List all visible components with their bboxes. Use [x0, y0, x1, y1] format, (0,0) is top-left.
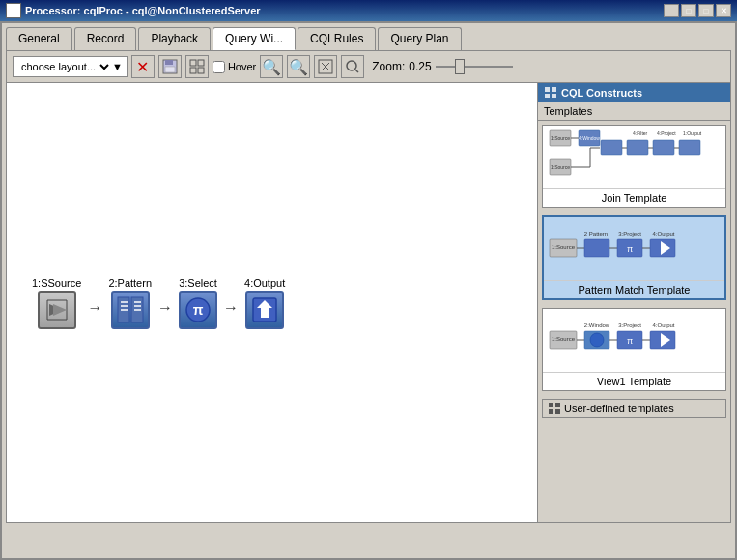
svg-rect-39	[601, 140, 622, 155]
view1-preview: 1:Source 2:Window 3:Project π 4:Output	[543, 309, 725, 372]
save-icon	[162, 59, 178, 74]
node-output[interactable]: 4:Output	[244, 277, 285, 329]
svg-rect-82	[555, 409, 560, 414]
svg-text:π: π	[626, 244, 632, 254]
join-template-svg: 1:Source 4:Window 1:Source Scan	[548, 128, 722, 186]
svg-rect-1	[165, 60, 173, 65]
user-defined-templates-footer[interactable]: User-defined templates	[542, 399, 726, 418]
tab-cqlrules[interactable]: CQLRules	[298, 27, 376, 50]
pattern-match-template-item[interactable]: 1:Source 2 Pattern 3:Project π 4:Output	[542, 215, 726, 300]
svg-text:3:Project: 3:Project	[618, 231, 641, 237]
canvas-area: 1:SSource → 2:Pattern	[7, 83, 730, 522]
tab-query-window[interactable]: Query Wi...	[213, 27, 296, 50]
hover-label: Hover	[228, 61, 256, 72]
maximize-button[interactable]: □	[681, 4, 696, 17]
zoom-slider[interactable]	[436, 59, 513, 74]
zoom-out-button[interactable]: 🔍	[287, 55, 310, 78]
tab-record[interactable]: Record	[74, 27, 137, 50]
constructs-icon	[544, 86, 557, 99]
tab-query-plan[interactable]: Query Plan	[378, 27, 461, 50]
svg-point-70	[590, 333, 604, 347]
node-ssource[interactable]: 1:SSource	[32, 277, 81, 329]
svg-rect-29	[545, 94, 550, 98]
right-panel: CQL Constructs Templates 1:Source	[537, 83, 730, 522]
svg-text:4:Filter: 4:Filter	[633, 130, 648, 136]
svg-text:1:Output: 1:Output	[683, 130, 702, 136]
titlebar: ⚙ Processor: cqlProc - cql@NonClusteredS…	[0, 0, 737, 21]
node-select[interactable]: 3:Select π	[179, 277, 217, 329]
zoom-thumb[interactable]	[455, 59, 465, 74]
search-button[interactable]	[341, 55, 364, 78]
view1-svg: 1:Source 2:Window 3:Project π 4:Output	[548, 314, 722, 367]
pattern-match-svg: 1:Source 2 Pattern 3:Project π 4:Output	[548, 222, 722, 275]
svg-rect-56	[584, 239, 609, 257]
zoom-track	[436, 66, 513, 68]
node-ssource-icon[interactable]	[38, 291, 76, 329]
node-output-icon[interactable]	[245, 291, 284, 329]
svg-rect-79	[549, 403, 553, 407]
minimize-button[interactable]: _	[664, 4, 679, 17]
join-template-item[interactable]: 1:Source 4:Window 1:Source Scan	[542, 125, 726, 208]
svg-rect-2	[165, 67, 175, 72]
query-canvas[interactable]: 1:SSource → 2:Pattern	[7, 83, 537, 522]
content-area: choose layout... ▼ ✕	[6, 50, 731, 523]
tab-playback[interactable]: Playback	[138, 27, 211, 50]
delete-button[interactable]: ✕	[131, 55, 155, 78]
node-output-label: 4:Output	[244, 277, 285, 289]
svg-rect-30	[552, 94, 556, 98]
fit-icon	[318, 59, 333, 74]
svg-rect-28	[552, 87, 556, 92]
pattern-match-label: Pattern Match Template	[544, 280, 724, 298]
svg-rect-4	[198, 60, 204, 66]
grid-button[interactable]	[185, 55, 209, 78]
layout-select[interactable]: choose layout...	[17, 60, 112, 73]
svg-rect-27	[545, 87, 550, 92]
node-pattern-icon[interactable]	[111, 291, 150, 329]
svg-rect-44	[627, 140, 648, 155]
templates-label: Templates	[544, 105, 592, 117]
join-template-preview: 1:Source 4:Window 1:Source Scan	[543, 126, 725, 188]
view1-template-item[interactable]: 1:Source 2:Window 3:Project π 4:Output	[542, 308, 726, 391]
svg-text:2 Pattern: 2 Pattern	[583, 231, 607, 237]
svg-line-11	[355, 70, 358, 72]
join-template-label: Join Template	[543, 188, 725, 207]
restore-button[interactable]: □	[698, 4, 714, 17]
source-shape	[43, 296, 71, 323]
search-icon	[345, 59, 360, 74]
node-ssource-label: 1:SSource	[32, 277, 81, 289]
svg-text:π: π	[626, 336, 632, 346]
svg-rect-3	[190, 60, 196, 66]
arrow-2: →	[157, 300, 173, 316]
svg-point-10	[347, 61, 356, 70]
svg-rect-50	[679, 140, 700, 155]
zoom-area: Zoom: 0.25	[372, 60, 431, 73]
fit-button[interactable]	[314, 55, 337, 78]
node-select-icon[interactable]: π	[179, 291, 217, 329]
svg-text:π: π	[193, 302, 204, 318]
layout-select-wrapper[interactable]: choose layout... ▼	[13, 56, 128, 77]
user-templates-icon	[549, 403, 560, 414]
svg-rect-6	[198, 68, 204, 73]
svg-text:4:Project: 4:Project	[657, 130, 676, 136]
grid-icon	[189, 59, 205, 74]
titlebar-controls[interactable]: _ □ □ ✕	[664, 4, 731, 17]
output-shape	[251, 296, 278, 323]
svg-text:4:Window: 4:Window	[579, 135, 600, 141]
svg-text:1:Source: 1:Source	[551, 336, 575, 342]
node-pattern[interactable]: 2:Pattern	[108, 277, 152, 329]
zoom-value: 0.25	[409, 60, 431, 73]
tab-general[interactable]: General	[6, 27, 72, 50]
right-panel-title: CQL Constructs	[561, 87, 642, 98]
svg-text:1:Source: 1:Source	[551, 244, 575, 250]
svg-text:1:Source: 1:Source	[550, 164, 569, 170]
hover-checkbox[interactable]	[213, 61, 225, 73]
hover-checkbox-area[interactable]: Hover	[213, 61, 256, 73]
right-panel-subheader: Templates	[538, 102, 730, 121]
svg-rect-80	[555, 403, 560, 407]
toolbar: choose layout... ▼ ✕	[7, 51, 730, 83]
close-button[interactable]: ✕	[716, 4, 731, 17]
zoom-in-button[interactable]: 🔍	[260, 55, 283, 78]
svg-text:3:Project: 3:Project	[618, 322, 641, 328]
save-button[interactable]	[158, 55, 182, 78]
node-pattern-label: 2:Pattern	[108, 277, 152, 289]
